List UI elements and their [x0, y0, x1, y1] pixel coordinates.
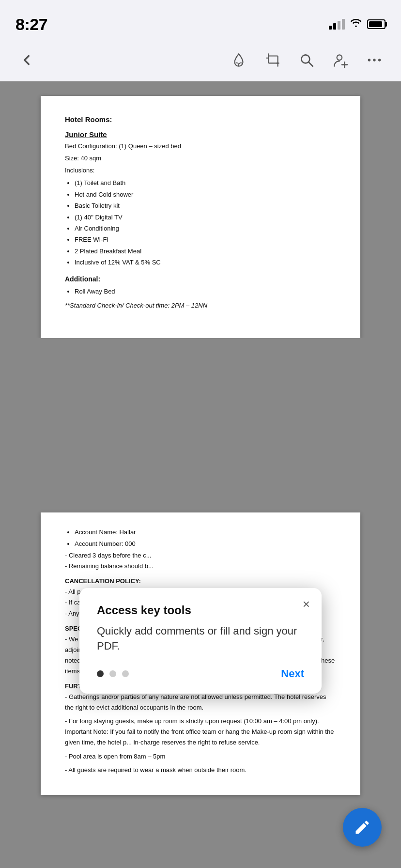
list-item: Inclusive of 12% VAT & 5% SC	[75, 257, 336, 268]
add-user-icon[interactable]	[328, 48, 353, 72]
status-bar: 8:27	[0, 0, 401, 39]
list-item: - Gatherings and/or parties of any natur…	[65, 692, 336, 713]
list-item: - All guests are required to wear a mask…	[65, 765, 336, 775]
check-in-out: **Standard Check-in/ Check-out time: 2PM…	[65, 302, 336, 309]
svg-point-4	[337, 55, 342, 60]
list-item: Account Number: 000	[75, 539, 336, 549]
toolbar	[0, 39, 401, 81]
list-item: (1) 40'' Digital TV	[75, 212, 336, 223]
cancellation-title: CANCELLATION POLICY:	[65, 577, 336, 585]
modal-title: Access key tools	[97, 604, 304, 617]
dot-2	[109, 670, 116, 677]
list-item: Basic Toiletry kit	[75, 200, 336, 211]
back-button[interactable]	[15, 48, 39, 72]
svg-point-9	[378, 59, 381, 61]
crop-icon[interactable]	[261, 48, 285, 72]
list-item: Account Name: Hallar	[75, 527, 336, 538]
list-item: Air Conditioning	[75, 223, 336, 234]
access-key-tools-modal: × Access key tools Quickly add comments …	[79, 588, 322, 694]
search-icon[interactable]	[294, 48, 319, 72]
account-info: Account Name: Hallar Account Number: 000…	[65, 527, 336, 572]
pdf-page-1: Hotel Rooms: Junior Suite Bed Configurat…	[41, 96, 360, 338]
roll-away-bed-item: Roll Away Bed	[75, 286, 336, 297]
bed-config: Bed Configuration: (1) Queen – sized bed	[65, 141, 336, 152]
modal-description: Quickly add comments or fill and sign yo…	[97, 624, 304, 654]
wifi-icon	[350, 18, 362, 31]
cleared-note: - Cleared 3 days before the c...	[65, 550, 336, 561]
ink-tools-icon[interactable]	[227, 48, 251, 72]
list-item: 2 Plated Breakfast Meal	[75, 246, 336, 257]
inclusions-label: Inclusions:	[65, 166, 336, 176]
dot-3	[122, 670, 129, 677]
additional-list: Roll Away Bed	[75, 286, 336, 297]
inclusions-list: (1) Toilet and Bath Hot and Cold shower …	[75, 177, 336, 268]
modal-close-button[interactable]: ×	[303, 598, 310, 610]
dot-1	[97, 670, 104, 677]
battery-icon	[367, 19, 386, 29]
svg-line-3	[308, 62, 313, 66]
svg-point-7	[368, 59, 370, 61]
fab-edit-button[interactable]	[343, 808, 382, 847]
modal-pagination-dots	[97, 670, 129, 677]
additional-label: Additional:	[65, 275, 336, 283]
further-info-list: - Gatherings and/or parties of any natur…	[65, 692, 336, 775]
list-item: (1) Toilet and Bath	[75, 177, 336, 188]
status-icons	[329, 18, 386, 31]
list-item: FREE WI-FI	[75, 234, 336, 245]
more-options-icon[interactable]	[362, 48, 386, 72]
svg-rect-1	[269, 56, 278, 63]
signal-icon	[329, 19, 345, 30]
status-time: 8:27	[15, 15, 47, 34]
svg-point-8	[373, 59, 375, 61]
room-type: Junior Suite	[65, 130, 336, 139]
remaining-note: - Remaining balance should b...	[65, 561, 336, 572]
content-area: Hotel Rooms: Junior Suite Bed Configurat…	[0, 81, 401, 868]
modal-footer: Next	[97, 667, 304, 680]
list-item: - For long staying guests, make up room …	[65, 716, 336, 748]
hotel-rooms-title: Hotel Rooms:	[65, 115, 336, 124]
modal-next-button[interactable]: Next	[281, 667, 304, 680]
room-size: Size: 40 sqm	[65, 154, 336, 164]
list-item: Hot and Cold shower	[75, 189, 336, 200]
list-item: - Pool area is open from 8am – 5pm	[65, 751, 336, 762]
